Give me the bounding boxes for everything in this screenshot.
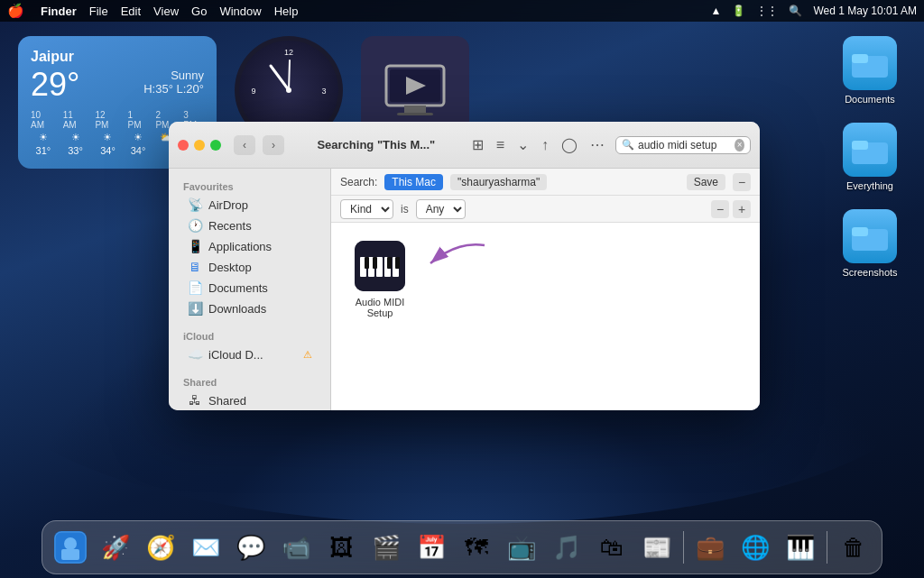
- sidebar-item-airdrop[interactable]: 📡 AirDrop: [172, 195, 327, 215]
- dock-maps[interactable]: 🗺: [456, 527, 497, 568]
- search-box[interactable]: 🔍 ×: [615, 136, 751, 154]
- more-options-button[interactable]: ⌄: [513, 134, 532, 155]
- svg-rect-26: [387, 257, 392, 269]
- everything-label: Everything: [846, 180, 893, 191]
- finder-title: Searching "This M...": [300, 138, 452, 151]
- dock-video[interactable]: 🎬: [365, 527, 407, 568]
- dock-calendar[interactable]: 📅: [411, 527, 452, 568]
- downloads-icon: ⬇️: [187, 301, 203, 316]
- documents-icon-sidebar: 📄: [187, 280, 203, 295]
- dock-facetime[interactable]: 📹: [275, 527, 317, 568]
- dock-tv[interactable]: 📺: [501, 527, 542, 568]
- sidebar-item-desktop[interactable]: 🖥 Desktop: [172, 257, 327, 277]
- svg-line-4: [271, 66, 289, 90]
- dock-messages[interactable]: 💬: [230, 527, 272, 568]
- desktop-icons: Documents Everything Screenshots: [834, 36, 906, 278]
- search-icon: 🔍: [622, 139, 634, 151]
- menu-file[interactable]: File: [89, 5, 108, 18]
- finder-titlebar: ‹ › Searching "This M..." ⊞ ≡ ⌄ ↑ ◯ ⋯ 🔍 …: [169, 122, 760, 169]
- maximize-button[interactable]: [210, 140, 221, 151]
- close-button[interactable]: [178, 140, 189, 151]
- svg-rect-27: [395, 257, 400, 269]
- sidebar-item-downloads[interactable]: ⬇️ Downloads: [172, 298, 327, 318]
- menu-view[interactable]: View: [153, 5, 179, 18]
- dock-midi[interactable]: 🎹: [780, 527, 821, 568]
- search-scope-bar: Search: This Mac "shauryasharma" Save −: [331, 169, 760, 196]
- finder-body: Favourites 📡 AirDrop 🕐 Recents 📱 Applica…: [169, 169, 760, 410]
- search-label: Search:: [340, 176, 377, 188]
- dock-music[interactable]: 🎵: [546, 527, 587, 568]
- view-list-button[interactable]: ≡: [493, 135, 508, 155]
- screen-icon: [379, 59, 451, 122]
- sidebar-item-icloud-drive[interactable]: ☁️ iCloud D... ⚠: [172, 344, 327, 364]
- remove-filter-btn[interactable]: −: [711, 200, 729, 218]
- save-button[interactable]: Save: [687, 174, 725, 190]
- scope-shaurya-button[interactable]: "shauryasharma": [450, 174, 547, 190]
- tag-button[interactable]: ◯: [558, 134, 581, 155]
- dock-mail[interactable]: ✉️: [185, 527, 226, 568]
- menu-window[interactable]: Window: [219, 5, 261, 18]
- menubar-left: 🍎 Finder File Edit View Go Window Help: [7, 3, 298, 19]
- screenshots-folder-icon: [843, 209, 897, 263]
- minimize-button[interactable]: [194, 140, 205, 151]
- dock-slack[interactable]: 💼: [689, 527, 731, 568]
- svg-rect-21: [376, 257, 383, 277]
- desktop-icon-sidebar: 🖥: [187, 260, 203, 274]
- menubar-search-icon[interactable]: 🔍: [789, 5, 802, 17]
- menubar-control-center-icon[interactable]: ⋮⋮: [756, 5, 778, 17]
- menubar: 🍎 Finder File Edit View Go Window Help ▲…: [0, 0, 924, 22]
- menu-edit[interactable]: Edit: [121, 5, 141, 18]
- dock: 🚀 🧭 ✉️ 💬 📹 🖼 🎬 📅 🗺 📺 🎵 🛍 📰 💼 🌐 🎹 🗑: [42, 520, 882, 574]
- svg-rect-25: [373, 257, 377, 269]
- filter-buttons: − +: [711, 200, 751, 218]
- finder-window: ‹ › Searching "This M..." ⊞ ≡ ⌄ ↑ ◯ ⋯ 🔍 …: [169, 122, 760, 410]
- add-filter-btn[interactable]: +: [733, 200, 751, 218]
- sidebar-item-documents[interactable]: 📄 Documents: [172, 278, 327, 298]
- sidebar-label-shared: Shared: [208, 394, 246, 408]
- desktop-icon-screenshots[interactable]: Screenshots: [834, 209, 906, 278]
- share-button[interactable]: ↑: [538, 135, 552, 155]
- back-button[interactable]: ‹: [234, 135, 255, 155]
- more-actions-button[interactable]: ⋯: [587, 134, 608, 155]
- sidebar-item-recents[interactable]: 🕐 Recents: [172, 216, 327, 235]
- any-filter-select[interactable]: Any: [416, 199, 466, 219]
- icloud-warning-icon: ⚠: [303, 349, 312, 361]
- search-input[interactable]: [638, 139, 731, 151]
- sidebar-label-applications: Applications: [208, 240, 272, 253]
- app-name[interactable]: Finder: [41, 5, 77, 18]
- shared-icon: 🖧: [187, 393, 203, 408]
- dock-safari[interactable]: 🧭: [140, 527, 181, 568]
- forward-button[interactable]: ›: [263, 135, 284, 155]
- scope-this-mac-button[interactable]: This Mac: [384, 174, 443, 190]
- favourites-header: Favourites: [169, 176, 330, 194]
- sidebar-item-applications[interactable]: 📱 Applications: [172, 236, 327, 256]
- remove-filter-button[interactable]: −: [733, 173, 751, 191]
- finder-main: Search: This Mac "shauryasharma" Save − …: [331, 169, 760, 410]
- menu-go[interactable]: Go: [191, 5, 207, 18]
- sidebar-item-shared[interactable]: 🖧 Shared: [172, 390, 327, 410]
- desktop-icon-everything[interactable]: Everything: [834, 123, 906, 191]
- applications-icon: 📱: [187, 239, 203, 253]
- apple-menu[interactable]: 🍎: [7, 3, 24, 19]
- dock-news[interactable]: 📰: [636, 527, 678, 568]
- kind-filter-select[interactable]: Kind: [340, 199, 393, 219]
- forecast-10am: 10 AM ☀ 31°: [31, 110, 56, 156]
- audio-midi-setup-item[interactable]: Audio MIDI Setup: [344, 241, 416, 318]
- desktop-icon-documents[interactable]: Documents: [834, 36, 906, 105]
- traffic-lights: [178, 140, 221, 151]
- dock-trash[interactable]: 🗑: [833, 527, 874, 568]
- dock-appstore[interactable]: 🛍: [591, 527, 633, 568]
- dock-launchpad[interactable]: 🚀: [95, 527, 136, 568]
- svg-rect-31: [61, 549, 79, 560]
- view-grid-button[interactable]: ⊞: [468, 134, 487, 155]
- filter-bar: Kind is Any − +: [331, 196, 760, 223]
- svg-rect-12: [852, 54, 868, 63]
- sidebar-label-airdrop: AirDrop: [208, 198, 248, 212]
- menu-help[interactable]: Help: [274, 5, 299, 18]
- audio-midi-setup-icon: [355, 241, 405, 291]
- search-clear-button[interactable]: ×: [735, 139, 744, 151]
- svg-rect-24: [365, 257, 369, 269]
- dock-chrome[interactable]: 🌐: [735, 527, 776, 568]
- dock-finder[interactable]: [50, 527, 91, 568]
- dock-photos[interactable]: 🖼: [320, 527, 362, 568]
